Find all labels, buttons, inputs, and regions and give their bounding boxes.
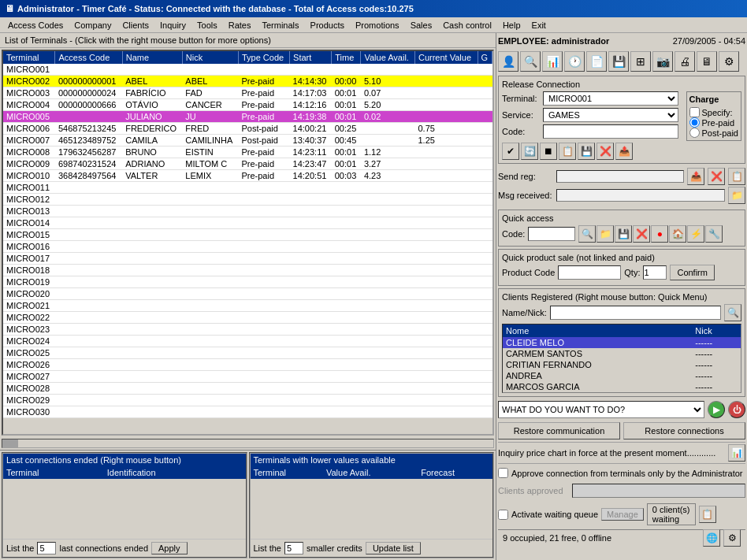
price-inquiry-icon[interactable]: 📊: [728, 444, 745, 462]
qa-cancel-icon[interactable]: ❌: [633, 225, 650, 243]
client-row[interactable]: ANDREA------: [503, 370, 741, 381]
terminal-table-wrapper[interactable]: Terminal Access Code Name Nick Type Code…: [2, 50, 494, 436]
service-select[interactable]: GAMES: [543, 108, 678, 122]
table-row[interactable]: MICRO021: [3, 300, 492, 312]
table-row[interactable]: MICRO012: [3, 194, 492, 206]
qa-red-icon[interactable]: ●: [651, 225, 668, 243]
printer-icon[interactable]: 🖨: [675, 51, 695, 72]
restore-comm-btn[interactable]: Restore communication: [498, 422, 620, 439]
send-icon[interactable]: 📤: [687, 168, 704, 185]
product-code-input[interactable]: [558, 265, 621, 280]
table-row[interactable]: MICRO027: [3, 371, 492, 383]
table-row[interactable]: MICRO029: [3, 395, 492, 406]
waiting-queue-checkbox[interactable]: [498, 510, 508, 520]
client-row[interactable]: CRITIAN FERNANDO------: [503, 359, 741, 370]
chart-icon[interactable]: 📊: [542, 51, 563, 72]
table-row[interactable]: MICRO007465123489752CAMILACAMILINHAPost-…: [3, 135, 492, 146]
menu-cash-control[interactable]: Cash control: [438, 19, 496, 32]
table-row[interactable]: MICRO030: [3, 406, 492, 418]
table-row[interactable]: MICRO006546875213245FREDERICOFREDPost-pa…: [3, 123, 492, 135]
search-client-icon[interactable]: 🔍: [724, 304, 741, 321]
stop-icon[interactable]: ⏹: [540, 143, 557, 160]
what-to-do-select[interactable]: WHAT DO YOU WANT TO DO?: [498, 401, 704, 418]
table-row[interactable]: MICRO004000000000666OTÁVIOCANCERPre-paid…: [3, 99, 492, 111]
postpaid-radio[interactable]: [689, 128, 700, 138]
disk-icon[interactable]: 💾: [608, 51, 629, 72]
table-row[interactable]: MICRO011: [3, 182, 492, 194]
extra-icon1[interactable]: ❌: [596, 143, 614, 160]
table-row[interactable]: MICRO028: [3, 383, 492, 395]
client-row[interactable]: CLEIDE MELO------: [503, 337, 741, 348]
approve-checkbox[interactable]: [498, 468, 508, 478]
received-input[interactable]: [556, 189, 725, 202]
refresh-icon[interactable]: 🔄: [521, 143, 538, 160]
status-icon2[interactable]: ⚙: [723, 529, 741, 547]
table-row[interactable]: MICRO026: [3, 359, 492, 371]
received-extra-icon[interactable]: 📁: [728, 187, 745, 204]
table-row[interactable]: MICRO014: [3, 217, 492, 229]
table-row[interactable]: MICRO018: [3, 265, 492, 276]
postpaid-row[interactable]: Post-paid: [689, 128, 738, 138]
send-clear-icon[interactable]: ❌: [708, 168, 725, 185]
menu-clients[interactable]: Clients: [117, 19, 154, 32]
menu-company[interactable]: Company: [69, 19, 116, 32]
qa-folder-icon[interactable]: 📁: [596, 225, 614, 243]
save-action-icon[interactable]: 💾: [578, 143, 595, 160]
prepaid-row[interactable]: Pre-paid: [689, 117, 738, 128]
menu-rates[interactable]: Rates: [224, 19, 256, 32]
table-row[interactable]: MICRO020: [3, 288, 492, 300]
grid-icon[interactable]: ⊞: [630, 51, 651, 72]
menu-promotions[interactable]: Promotions: [351, 19, 404, 32]
power-button[interactable]: ⏻: [728, 401, 745, 418]
specify-checkbox[interactable]: [689, 107, 700, 117]
terminal-select[interactable]: MICRO001: [543, 91, 678, 106]
table-row[interactable]: MICRO003000000000024FABRÍCIOFADPre-paid1…: [3, 87, 492, 99]
table-row[interactable]: MICRO025: [3, 347, 492, 359]
menu-products[interactable]: Products: [306, 19, 349, 32]
menu-terminals[interactable]: Terminals: [257, 19, 303, 32]
send-extra-icon[interactable]: 📋: [728, 168, 745, 185]
menu-exit[interactable]: Exit: [527, 19, 551, 32]
menu-tools[interactable]: Tools: [192, 19, 222, 32]
menu-help[interactable]: Help: [498, 19, 526, 32]
person-icon[interactable]: 👤: [498, 51, 518, 72]
table-row[interactable]: MICRO005 JULIANOJUPre-paid14:19:3800:010…: [3, 111, 492, 123]
status-icon1[interactable]: 🌐: [703, 529, 720, 547]
update-list-button[interactable]: Update list: [366, 542, 421, 554]
table-row[interactable]: MICRO010368428497564VALTERLEMIXPre-paid1…: [3, 170, 492, 182]
table-row[interactable]: MICRO016: [3, 241, 492, 253]
send-input[interactable]: [556, 170, 684, 183]
confirm-action-icon[interactable]: ✔: [502, 143, 519, 160]
table-row[interactable]: MICRO001: [3, 64, 492, 76]
clock-icon[interactable]: 🕐: [564, 51, 585, 72]
qa-wrench-icon[interactable]: 🔧: [705, 225, 723, 243]
quick-code-input[interactable]: [528, 227, 575, 241]
code-input[interactable]: [543, 124, 678, 139]
document-icon[interactable]: 📄: [586, 51, 607, 72]
name-nick-input[interactable]: [550, 306, 721, 320]
qty-input[interactable]: [643, 265, 667, 280]
paste-icon[interactable]: 📋: [559, 143, 576, 160]
camera-icon[interactable]: 📷: [652, 51, 673, 72]
monitor-icon[interactable]: 🖥: [697, 51, 717, 72]
table-row[interactable]: MICRO013: [3, 206, 492, 217]
lower-values-count[interactable]: [284, 542, 303, 554]
table-row[interactable]: MICRO019: [3, 276, 492, 288]
confirm-product-btn[interactable]: Confirm: [670, 265, 715, 280]
qa-lightning-icon[interactable]: ⚡: [687, 225, 704, 243]
menu-inquiry[interactable]: Inquiry: [155, 19, 191, 32]
horizontal-scrollbar[interactable]: [2, 439, 494, 448]
search-icon[interactable]: 🔍: [520, 51, 541, 72]
qa-disk-icon[interactable]: 💾: [615, 225, 632, 243]
client-row[interactable]: CARMEM SANTOS------: [503, 348, 741, 359]
table-row[interactable]: MICRO008179632456287BRUNOEISTINPre-paid1…: [3, 146, 492, 158]
last-connections-count[interactable]: [37, 542, 56, 554]
qa-search-icon[interactable]: 🔍: [578, 225, 596, 243]
menu-sales[interactable]: Sales: [406, 19, 437, 32]
extra-icon2[interactable]: 📤: [615, 143, 633, 160]
client-row[interactable]: MARCOS GARCIA------: [503, 381, 741, 392]
apply-button[interactable]: Apply: [151, 542, 188, 554]
table-row[interactable]: MICRO022: [3, 312, 492, 324]
table-row[interactable]: MICRO017: [3, 253, 492, 265]
waiting-extra-icon[interactable]: 📋: [699, 506, 716, 523]
